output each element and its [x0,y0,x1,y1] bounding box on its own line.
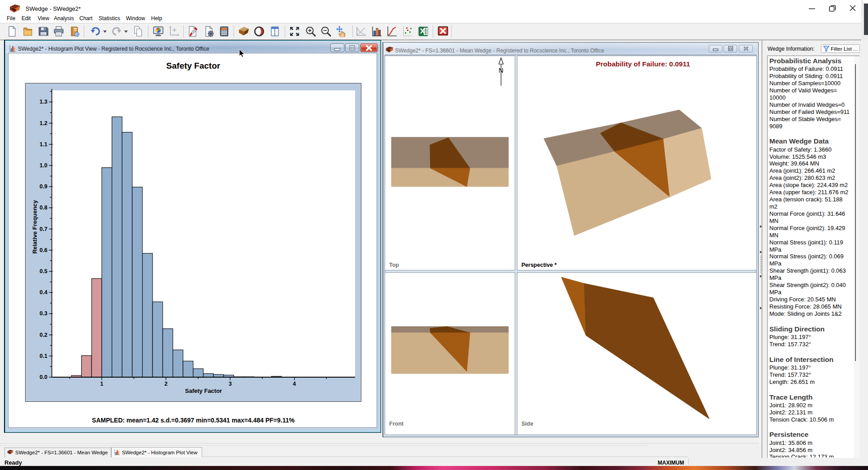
svg-text:Safety Factor: Safety Factor [185,387,222,394]
svg-text:1: 1 [100,381,104,387]
svg-text:0.6: 0.6 [39,247,47,253]
svg-text:Top: Top [389,262,399,268]
svg-text:Perspective *: Perspective * [521,262,557,268]
svg-text:0.7: 0.7 [39,226,47,232]
svg-text:4: 4 [293,381,296,387]
svg-text:0.9: 0.9 [39,183,47,190]
svg-text:1.2: 1.2 [39,120,47,126]
svg-text:0.3: 0.3 [39,310,47,317]
svg-text:Relative Frequency: Relative Frequency [31,200,38,254]
svg-text:Side: Side [521,421,533,427]
svg-text:1.3: 1.3 [39,99,47,105]
svg-text:2: 2 [165,381,168,387]
svg-text:1.0: 1.0 [39,162,47,169]
svg-text:0.0: 0.0 [39,374,47,380]
svg-text:Front: Front [389,421,404,427]
svg-text:Probability of Failure: 0.0911: Probability of Failure: 0.0911 [596,60,690,68]
svg-text:N: N [499,66,503,74]
svg-text:1.1: 1.1 [39,141,47,148]
svg-text:0.2: 0.2 [39,332,47,338]
svg-text:0.8: 0.8 [39,205,47,211]
svg-text:0.1: 0.1 [39,353,47,359]
svg-text:3: 3 [229,381,232,387]
svg-text:0.5: 0.5 [39,268,47,274]
svg-text:0.4: 0.4 [39,289,47,296]
